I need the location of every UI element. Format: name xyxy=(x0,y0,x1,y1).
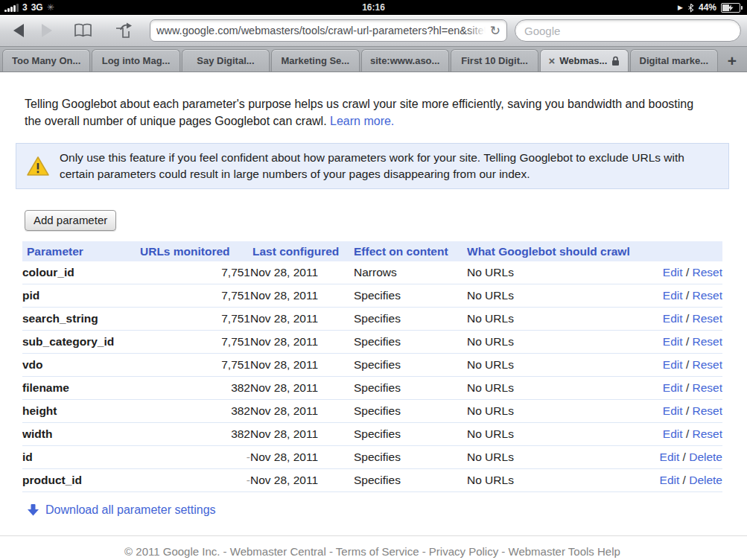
tab-active[interactable]: ×Webmas... xyxy=(540,49,628,71)
cell-crawl: No URLs xyxy=(467,446,655,469)
reload-icon[interactable]: ↻ xyxy=(490,23,500,39)
tab[interactable]: Say Digital... xyxy=(182,49,270,71)
cell-crawl: No URLs xyxy=(467,331,655,354)
parameters-table: Parameter URLs monitored Last configured… xyxy=(22,241,722,492)
table-header-row: Parameter URLs monitored Last configured… xyxy=(22,241,722,261)
reset-link[interactable]: Reset xyxy=(693,312,723,325)
cell-last-configured: Nov 28, 2011 xyxy=(250,446,354,469)
reset-link[interactable]: Reset xyxy=(693,381,723,394)
cell-parameter: width xyxy=(22,423,140,446)
tab-label: site:www.aso... xyxy=(370,55,439,66)
download-row: Download all parameter settings xyxy=(27,503,722,517)
download-settings-link[interactable]: Download all parameter settings xyxy=(45,503,216,517)
address-bar[interactable]: www.google.com/webmasters/tools/crawl-ur… xyxy=(150,19,507,42)
cell-effect: Specifies xyxy=(354,446,467,469)
action-separator: / xyxy=(683,358,693,371)
cell-urls-monitored: - xyxy=(140,469,250,492)
bookmarks-icon[interactable] xyxy=(73,23,93,38)
edit-link[interactable]: Edit xyxy=(663,266,683,279)
back-button[interactable] xyxy=(13,24,24,37)
cell-last-configured: Nov 28, 2011 xyxy=(250,284,354,308)
reset-link[interactable]: Reset xyxy=(693,427,723,440)
table-row: filename382Nov 28, 2011SpecifiesNo URLsE… xyxy=(22,377,722,400)
edit-link[interactable]: Edit xyxy=(660,474,680,486)
tab-label: First 10 Digit... xyxy=(461,55,528,66)
cell-actions: Edit / Reset xyxy=(655,284,722,308)
delete-link[interactable]: Delete xyxy=(689,474,722,486)
reset-link[interactable]: Reset xyxy=(693,289,723,302)
new-tab-button[interactable]: + xyxy=(719,50,746,71)
cell-parameter: sub_category_id xyxy=(22,331,140,354)
cell-actions: Edit / Delete xyxy=(655,446,722,469)
tab[interactable]: site:www.aso... xyxy=(361,49,449,71)
safari-window: { "colors":{"accent_blue":"#4365d6","tab… xyxy=(0,0,747,560)
header-parameter[interactable]: Parameter xyxy=(22,241,140,261)
action-separator: / xyxy=(683,312,693,325)
header-crawl[interactable]: What Googlebot should crawl xyxy=(467,241,655,261)
edit-link[interactable]: Edit xyxy=(660,451,680,463)
learn-more-link[interactable]: Learn more. xyxy=(330,115,394,127)
search-input[interactable]: Google xyxy=(515,19,741,42)
edit-link[interactable]: Edit xyxy=(663,427,683,440)
forward-button[interactable] xyxy=(42,24,52,37)
cell-actions: Edit / Delete xyxy=(655,469,722,492)
edit-link[interactable]: Edit xyxy=(663,312,683,325)
tab-label: Digital marke... xyxy=(640,55,708,66)
tab-close-icon[interactable]: × xyxy=(549,54,556,67)
cell-effect: Specifies xyxy=(354,377,467,400)
table-row: sub_category_id7,751Nov 28, 2011Specifie… xyxy=(22,331,722,354)
cell-effect: Specifies xyxy=(354,423,467,446)
tab[interactable]: Marketing Se... xyxy=(271,49,359,71)
cell-last-configured: Nov 28, 2011 xyxy=(250,261,354,284)
cell-actions: Edit / Reset xyxy=(655,308,722,331)
cell-last-configured: Nov 28, 2011 xyxy=(250,331,354,354)
reset-link[interactable]: Reset xyxy=(693,266,723,279)
action-separator: / xyxy=(683,404,693,417)
cell-urls-monitored: 382 xyxy=(140,400,250,423)
footer-link[interactable]: Webmaster Tools Help xyxy=(509,545,620,558)
share-icon[interactable] xyxy=(114,22,133,39)
footer-divider xyxy=(0,535,747,536)
edit-link[interactable]: Edit xyxy=(663,381,683,394)
clock: 16:16 xyxy=(0,2,747,13)
lock-icon xyxy=(611,56,620,66)
edit-link[interactable]: Edit xyxy=(663,404,683,417)
header-effect[interactable]: Effect on content xyxy=(354,241,467,261)
cell-parameter: filename xyxy=(22,377,140,400)
tab[interactable]: First 10 Digit... xyxy=(451,49,538,71)
reset-link[interactable]: Reset xyxy=(693,335,723,348)
reset-link[interactable]: Reset xyxy=(693,358,723,371)
footer-link[interactable]: Privacy Policy xyxy=(429,545,498,558)
tab[interactable]: Log into Mag... xyxy=(92,49,179,71)
tab[interactable]: Digital marke... xyxy=(630,49,718,71)
footer-link[interactable]: Terms of Service xyxy=(336,545,419,558)
cell-parameter: vdo xyxy=(22,354,140,377)
cell-last-configured: Nov 28, 2011 xyxy=(250,308,354,331)
edit-link[interactable]: Edit xyxy=(663,289,683,302)
footer-separator: - xyxy=(419,545,429,558)
cell-actions: Edit / Reset xyxy=(655,354,722,377)
header-last-configured[interactable]: Last configured xyxy=(250,241,354,261)
reset-link[interactable]: Reset xyxy=(693,404,723,417)
warning-banner: Only use this feature if you feel confid… xyxy=(16,143,729,189)
status-bar: 16:16 3 3G ✳ ▶ 44% xyxy=(0,0,747,15)
page-content: Telling Googlebot about each parameter's… xyxy=(0,72,747,558)
battery-icon xyxy=(721,3,743,13)
cell-effect: Narrows xyxy=(354,261,467,284)
edit-link[interactable]: Edit xyxy=(663,358,683,371)
delete-link[interactable]: Delete xyxy=(689,451,722,463)
cell-urls-monitored: 7,751 xyxy=(140,354,250,377)
edit-link[interactable]: Edit xyxy=(663,335,683,348)
footer-link[interactable]: Webmaster Central xyxy=(230,545,326,558)
tab-label: Too Many On... xyxy=(12,55,80,66)
table-row: product_id-Nov 28, 2011SpecifiesNo URLsE… xyxy=(22,469,722,492)
add-parameter-button[interactable]: Add parameter xyxy=(25,210,116,231)
action-separator: / xyxy=(679,451,689,463)
header-urls-monitored[interactable]: URLs monitored xyxy=(140,241,250,261)
table-row: width382Nov 28, 2011SpecifiesNo URLsEdit… xyxy=(22,423,722,446)
cell-parameter: pid xyxy=(22,284,140,308)
tab[interactable]: Too Many On... xyxy=(2,49,90,71)
cell-urls-monitored: 7,751 xyxy=(140,261,250,284)
tab-label: Webmas... xyxy=(559,55,607,66)
footer-text: © 2011 Google Inc. - Webmaster Central -… xyxy=(22,545,722,558)
